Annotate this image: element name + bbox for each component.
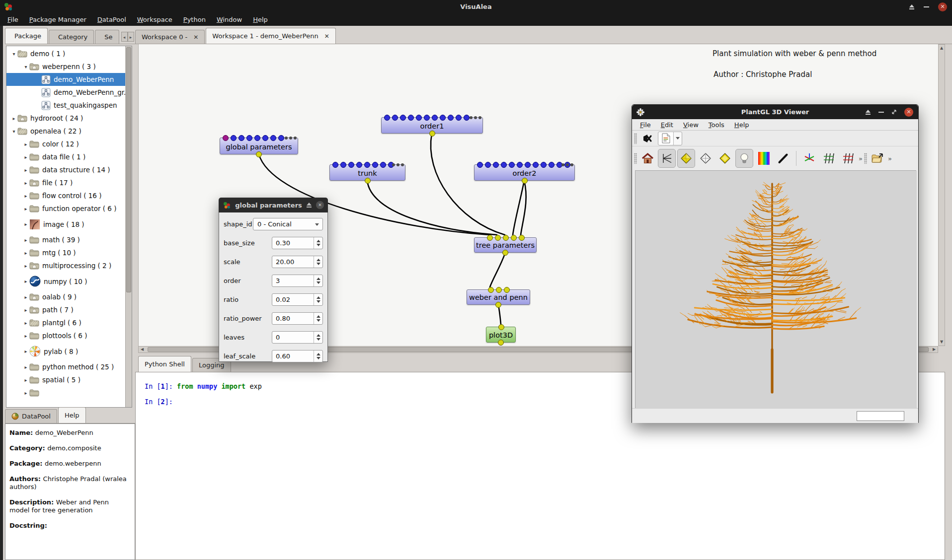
plantgl-menu-file[interactable]: File (635, 121, 656, 129)
output-port[interactable] (365, 178, 371, 184)
close-icon[interactable]: ✕ (938, 2, 947, 11)
input-port[interactable] (509, 162, 515, 168)
tree-item-openalea[interactable]: ▾openalea ( 22 ) (6, 125, 125, 138)
input-port[interactable] (372, 162, 378, 168)
node-weber_and_penn[interactable]: weber and penn (467, 289, 530, 305)
diamond-outline-button[interactable] (697, 149, 714, 168)
tree-expander-icon[interactable]: ▾ (10, 51, 17, 57)
input-port[interactable] (493, 162, 499, 168)
tree-item-demo_weberpenn_gr...[interactable]: demo_WeberPenn_gr... (6, 86, 125, 99)
dialog-close-icon[interactable]: ✕ (316, 201, 324, 209)
param-spinbox-leaves[interactable]: 0 (272, 331, 323, 344)
rainbow-material-button[interactable] (755, 149, 773, 168)
input-port[interactable] (511, 235, 517, 241)
tree-item-plantgl[interactable]: ▸plantgl ( 6 ) (6, 316, 125, 329)
param-spinbox-order[interactable]: 3 (272, 275, 323, 287)
node-global_parameters[interactable]: global parameters (220, 138, 298, 154)
diamond-yellow-button[interactable] (677, 149, 695, 168)
param-spinbox-ratio[interactable]: 0.02 (272, 293, 323, 306)
canvas-vscrollbar[interactable]: ▲ ▼ (938, 44, 945, 346)
input-port[interactable] (477, 162, 483, 168)
tree-expander-icon[interactable]: ▸ (22, 320, 29, 326)
spin-buttons[interactable] (314, 332, 322, 343)
input-port[interactable] (246, 135, 252, 141)
input-port[interactable] (519, 235, 525, 241)
param-combobox-shape_id[interactable]: 0 - Conical (253, 218, 323, 230)
spin-buttons[interactable] (314, 275, 322, 286)
input-port[interactable] (533, 162, 539, 168)
spin-buttons[interactable] (314, 294, 322, 305)
workspace-tab-0[interactable]: Workspace 0 -✕ (135, 30, 205, 44)
tree-item-multiprocessing[interactable]: ▸multiprocessing ( 2 ) (6, 259, 125, 272)
node-tree_parameters[interactable]: tree parameters (474, 237, 537, 253)
tree-expander-icon[interactable]: ▸ (22, 377, 29, 383)
param-spinbox-ratio_power[interactable]: 0.80 (272, 312, 323, 325)
plantgl-minimize-icon[interactable] (878, 112, 884, 113)
chevron-down-icon[interactable] (673, 132, 682, 145)
plantgl-restore-icon[interactable] (891, 109, 897, 115)
node-order1[interactable]: order1 (381, 117, 483, 134)
tree-expander-icon[interactable]: ▸ (22, 141, 29, 147)
tree-expander-icon[interactable]: ▸ (22, 180, 29, 186)
spin-down-icon[interactable] (317, 244, 320, 246)
input-port[interactable] (440, 115, 446, 121)
tree-item-numpy[interactable]: ▸numpy ( 10 ) (6, 272, 125, 290)
tree-expander-icon[interactable]: ▸ (22, 349, 29, 354)
tree-item-mtg[interactable]: ▸mtg ( 10 ) (6, 246, 125, 259)
tab-scroll-right-icon[interactable]: ▸ (128, 32, 134, 42)
tree-expander-icon[interactable]: ▸ (22, 390, 29, 396)
input-port[interactable] (487, 235, 493, 241)
input-port[interactable] (503, 235, 509, 241)
input-port[interactable] (541, 162, 547, 168)
kill-viewer-button[interactable] (640, 132, 655, 145)
input-port[interactable] (348, 162, 354, 168)
input-port[interactable] (549, 162, 555, 168)
diamond-yellow2-button[interactable] (716, 149, 734, 168)
output-port[interactable] (256, 151, 262, 157)
tab-se[interactable]: Se (95, 30, 119, 44)
input-port[interactable] (231, 135, 237, 141)
tree-item-flow[interactable]: ▸flow control ( 16 ) (6, 189, 125, 202)
plantgl-menu-edit[interactable]: Edit (656, 121, 678, 129)
input-port[interactable] (488, 287, 494, 293)
tab-category[interactable]: Category (49, 30, 94, 44)
output-port[interactable] (502, 250, 508, 256)
viewer-3d-canvas[interactable] (635, 170, 916, 408)
document-icon[interactable] (659, 132, 673, 145)
plantgl-menu-help[interactable]: Help (729, 121, 754, 129)
spin-up-icon[interactable] (317, 259, 320, 261)
viewer-command-input[interactable] (857, 411, 904, 421)
spin-up-icon[interactable] (317, 278, 320, 280)
spin-buttons[interactable] (314, 256, 322, 268)
tree-item-python[interactable]: ▸python method ( 25 ) (6, 360, 125, 373)
tree-expander-icon[interactable]: ▾ (10, 129, 17, 134)
output-port[interactable] (498, 340, 504, 346)
tree-item-pylab[interactable]: ▸pylab ( 8 ) (6, 342, 125, 360)
node-trunk[interactable]: trunk (329, 164, 405, 181)
output-port[interactable] (495, 302, 501, 308)
tree-item-data[interactable]: ▸data file ( 1 ) (6, 150, 125, 163)
tree-expander-icon[interactable]: ▸ (22, 294, 29, 300)
dialog-titlebar[interactable]: global parameters ✕ (219, 198, 328, 212)
toolbar-grip[interactable] (634, 133, 637, 144)
tree-item-weberpenn[interactable]: ▾weberpenn ( 3 ) (6, 60, 125, 73)
menu-file[interactable]: File (2, 13, 24, 26)
tree-expander-icon[interactable]: ▸ (22, 263, 29, 269)
input-port[interactable] (238, 135, 244, 141)
input-port[interactable] (517, 162, 523, 168)
spin-buttons[interactable] (314, 313, 322, 324)
tree-item-data[interactable]: ▸data structure ( 14 ) (6, 163, 125, 176)
close-tab-icon[interactable]: ✕ (193, 34, 198, 41)
tree-item-spatial[interactable]: ▸spatial ( 5 ) (6, 373, 125, 386)
tree-expander-icon[interactable]: ▸ (22, 206, 29, 211)
spin-up-icon[interactable] (317, 296, 320, 299)
scroll-left-icon[interactable]: ◀ (139, 347, 146, 352)
menu-window[interactable]: Window (211, 13, 247, 26)
spin-down-icon[interactable] (317, 357, 320, 359)
tree-expander-icon[interactable]: ▸ (22, 279, 29, 284)
tree-expander-icon[interactable]: ▸ (22, 250, 29, 256)
spin-down-icon[interactable] (317, 319, 320, 322)
tree-item-color[interactable]: ▸color ( 12 ) (6, 138, 125, 150)
overflow-chevron-icon[interactable]: » (859, 155, 863, 162)
tree-expander-icon[interactable]: ▸ (22, 333, 29, 339)
